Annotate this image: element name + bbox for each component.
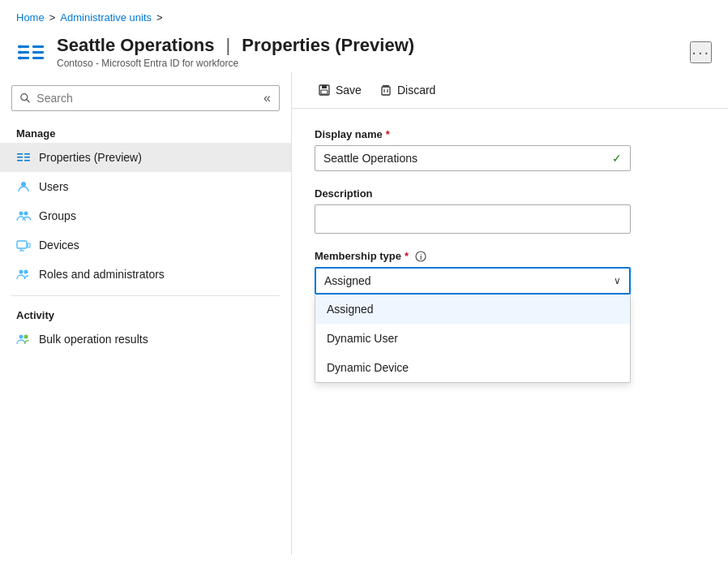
sidebar-item-properties[interactable]: Properties (Preview) bbox=[0, 143, 291, 172]
svg-rect-3 bbox=[32, 45, 44, 48]
activity-section-label: Activity bbox=[0, 303, 291, 325]
svg-rect-29 bbox=[322, 85, 327, 88]
page-title: Seattle Operations | Properties (Preview… bbox=[57, 35, 414, 56]
display-name-value: Seattle Operations bbox=[323, 152, 418, 165]
more-options-button[interactable]: ··· bbox=[690, 41, 712, 63]
users-icon bbox=[16, 179, 31, 194]
search-box[interactable]: « bbox=[11, 85, 280, 111]
collapse-button[interactable]: « bbox=[263, 91, 271, 105]
valid-check-icon: ✓ bbox=[612, 152, 622, 165]
manage-section-label: Manage bbox=[0, 121, 291, 143]
svg-rect-31 bbox=[383, 85, 389, 87]
svg-text:i: i bbox=[420, 253, 422, 261]
sidebar-item-roles[interactable]: Roles and administrators bbox=[0, 260, 291, 289]
sidebar-item-devices[interactable]: Devices bbox=[0, 230, 291, 260]
page-header: Seattle Operations | Properties (Preview… bbox=[0, 32, 728, 72]
membership-type-select[interactable]: Assigned ∨ bbox=[315, 267, 631, 295]
svg-rect-30 bbox=[321, 90, 328, 94]
svg-point-26 bbox=[19, 335, 24, 339]
svg-rect-16 bbox=[24, 160, 30, 161]
membership-type-label: Membership type * i bbox=[315, 250, 705, 262]
display-name-field: Display name * Seattle Operations ✓ bbox=[315, 128, 705, 171]
sidebar-item-users-label: Users bbox=[39, 180, 69, 193]
svg-rect-14 bbox=[24, 153, 30, 155]
svg-rect-21 bbox=[28, 243, 30, 247]
svg-rect-4 bbox=[32, 51, 44, 54]
membership-type-value: Assigned bbox=[324, 274, 371, 287]
svg-rect-15 bbox=[24, 157, 30, 158]
toolbar: Save Discard bbox=[292, 72, 728, 109]
display-name-label: Display name * bbox=[315, 128, 705, 140]
display-name-box[interactable]: Seattle Operations ✓ bbox=[315, 145, 631, 171]
discard-button[interactable]: Discard bbox=[373, 80, 442, 100]
breadcrumb-home[interactable]: Home bbox=[16, 11, 45, 24]
dropdown-option-assigned[interactable]: Assigned bbox=[315, 295, 630, 324]
devices-icon bbox=[16, 238, 31, 252]
sidebar-item-bulk[interactable]: Bulk operation results bbox=[0, 325, 291, 354]
sidebar-item-users[interactable]: Users bbox=[0, 172, 291, 201]
roles-icon bbox=[16, 267, 31, 282]
sidebar-item-groups[interactable]: Groups bbox=[0, 201, 291, 230]
dropdown-option-dynamic-user[interactable]: Dynamic User bbox=[315, 324, 630, 353]
form-area: Display name * Seattle Operations ✓ Desc… bbox=[292, 109, 728, 415]
sidebar-item-groups-label: Groups bbox=[39, 209, 76, 222]
breadcrumb-sep1: > bbox=[49, 11, 56, 24]
svg-point-17 bbox=[21, 182, 26, 187]
svg-point-25 bbox=[24, 270, 28, 274]
membership-dropdown: Assigned Dynamic User Dynamic Device bbox=[315, 295, 631, 383]
sidebar-item-devices-label: Devices bbox=[39, 239, 79, 252]
breadcrumb-sep2: > bbox=[156, 11, 163, 24]
svg-point-19 bbox=[24, 212, 28, 216]
svg-rect-12 bbox=[17, 157, 23, 158]
svg-point-27 bbox=[24, 335, 28, 339]
main-layout: « Manage Properties (Preview) bbox=[0, 72, 728, 555]
sidebar-item-properties-label: Properties (Preview) bbox=[39, 151, 142, 164]
svg-point-6 bbox=[19, 45, 22, 49]
svg-point-7 bbox=[19, 51, 22, 54]
info-icon: i bbox=[415, 251, 426, 262]
search-input[interactable] bbox=[36, 92, 257, 105]
svg-rect-32 bbox=[382, 87, 390, 95]
svg-rect-13 bbox=[17, 160, 23, 161]
groups-icon bbox=[16, 209, 31, 223]
search-icon bbox=[20, 92, 30, 104]
sidebar-item-roles-label: Roles and administrators bbox=[39, 268, 165, 281]
membership-type-field: Membership type * i Assigned ∨ Assigned … bbox=[315, 250, 705, 295]
description-field: Description bbox=[315, 187, 705, 234]
svg-point-9 bbox=[21, 94, 28, 101]
main-content: Save Discard Display name * bbox=[292, 72, 728, 555]
dropdown-option-dynamic-device[interactable]: Dynamic Device bbox=[315, 353, 630, 382]
required-marker2: * bbox=[405, 250, 409, 262]
svg-point-18 bbox=[19, 212, 24, 216]
breadcrumb-admin-units[interactable]: Administrative units bbox=[60, 11, 152, 24]
svg-line-10 bbox=[27, 100, 30, 103]
required-marker: * bbox=[386, 128, 390, 140]
svg-rect-5 bbox=[32, 57, 44, 59]
header-subtitle: Contoso - Microsoft Entra ID for workfor… bbox=[57, 58, 414, 69]
svg-point-8 bbox=[19, 57, 22, 60]
admin-unit-icon bbox=[16, 37, 45, 67]
sidebar-divider bbox=[11, 295, 280, 296]
description-label: Description bbox=[315, 187, 705, 200]
properties-icon bbox=[16, 150, 31, 165]
breadcrumb: Home > Administrative units > bbox=[0, 0, 728, 32]
save-icon bbox=[318, 84, 331, 97]
bulk-icon bbox=[16, 332, 31, 346]
sidebar: « Manage Properties (Preview) bbox=[0, 72, 292, 555]
description-input[interactable] bbox=[315, 204, 631, 234]
discard-icon bbox=[379, 84, 392, 97]
svg-rect-11 bbox=[17, 153, 23, 155]
save-button[interactable]: Save bbox=[311, 80, 368, 100]
header-text: Seattle Operations | Properties (Preview… bbox=[57, 35, 414, 69]
chevron-down-icon: ∨ bbox=[614, 275, 621, 286]
svg-rect-20 bbox=[17, 241, 27, 248]
svg-point-24 bbox=[19, 270, 24, 274]
sidebar-item-bulk-label: Bulk operation results bbox=[39, 333, 148, 346]
